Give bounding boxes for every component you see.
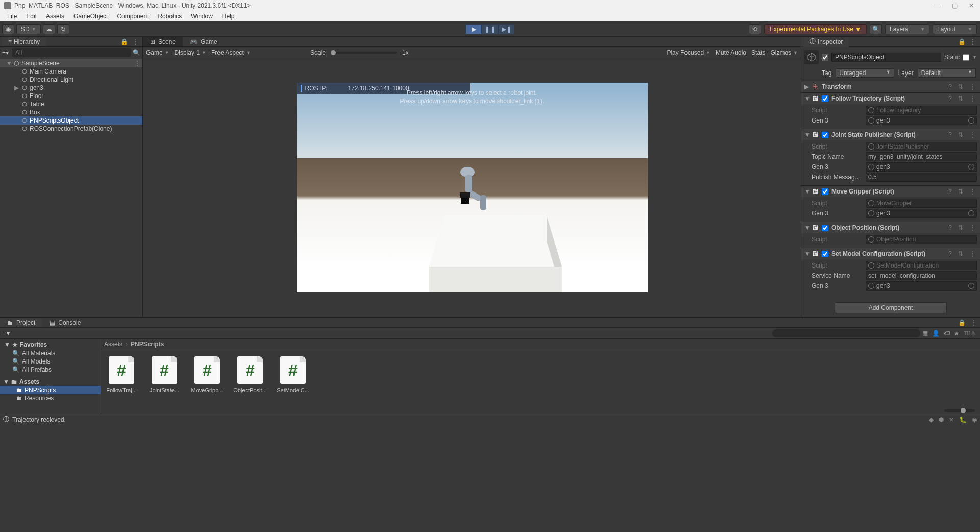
favorite-item[interactable]: 🔍All Models — [0, 357, 101, 366]
menu-file[interactable]: File — [3, 12, 21, 21]
preset-icon[interactable]: ⇅ — [957, 95, 965, 102]
component-menu-icon[interactable]: ⋮ — [968, 83, 977, 90]
help-icon[interactable]: ? — [947, 224, 953, 231]
property-field[interactable]: 0.5 — [866, 173, 977, 182]
component-enabled-checkbox[interactable] — [822, 225, 828, 231]
panel-menu-icon[interactable]: ⋮ — [968, 319, 980, 326]
search-mode-icon[interactable]: ▦ — [920, 330, 930, 337]
close-button[interactable]: ✕ — [967, 2, 976, 9]
display-dropdown[interactable]: Display 1▼ — [175, 49, 206, 56]
search-button[interactable]: 🔍 — [870, 24, 882, 34]
help-icon[interactable]: ? — [947, 188, 953, 195]
folder-item[interactable]: 🖿PNPScripts — [0, 386, 101, 394]
layer-dropdown[interactable]: Default▼ — [918, 68, 976, 78]
game-tab[interactable]: 🎮Game — [183, 37, 225, 46]
lock-icon[interactable]: 🔒 — [956, 319, 968, 326]
menu-robotics[interactable]: Robotics — [154, 12, 186, 21]
component-menu-icon[interactable]: ⋮ — [968, 224, 977, 231]
preset-icon[interactable]: ⇅ — [957, 131, 965, 138]
game-mode-dropdown[interactable]: Game▼ — [146, 49, 169, 56]
menu-edit[interactable]: Edit — [22, 12, 41, 21]
hierarchy-search-input[interactable] — [12, 48, 131, 57]
component-header[interactable]: ▼ # Set Model Configuration (Script) ? ⇅… — [801, 248, 980, 259]
asset-item[interactable]: #MoveGripp... — [192, 356, 223, 393]
preset-icon[interactable]: ⇅ — [957, 224, 965, 231]
favorite-icon[interactable]: ★ — [952, 330, 962, 337]
status-icon-5[interactable]: ◉ — [972, 416, 977, 423]
menu-help[interactable]: Help — [218, 12, 239, 21]
status-icon-3[interactable]: ⤧ — [949, 416, 954, 423]
history-button[interactable]: ↻ — [57, 24, 69, 34]
step-button[interactable]: ▶❚ — [498, 24, 514, 34]
component-menu-icon[interactable]: ⋮ — [968, 131, 977, 138]
hierarchy-item[interactable]: Floor — [0, 92, 142, 100]
hierarchy-item[interactable]: Box — [0, 108, 142, 116]
component-menu-icon[interactable]: ⋮ — [968, 95, 977, 102]
object-name-input[interactable] — [831, 53, 941, 62]
thumbnail-size-slider[interactable] — [944, 409, 975, 412]
favorite-item[interactable]: 🔍All Materials — [0, 349, 101, 357]
component-enabled-checkbox[interactable] — [822, 95, 828, 102]
layers-dropdown[interactable]: Layers▼ — [885, 24, 929, 34]
undo-history-button[interactable]: ⟲ — [749, 24, 761, 34]
static-checkbox[interactable] — [963, 54, 969, 61]
static-dropdown-icon[interactable]: ▼ — [972, 55, 977, 60]
hidden-icon[interactable]: 👁̶18 — [962, 330, 977, 337]
aspect-dropdown[interactable]: Free Aspect▼ — [211, 49, 251, 56]
stats-toggle[interactable]: Stats — [751, 49, 765, 56]
component-header[interactable]: ▼ # Move Gripper (Script) ? ⇅ ⋮ — [801, 186, 980, 197]
hierarchy-tab[interactable]: ≡Hierarchy — [2, 37, 46, 46]
filter-label-icon[interactable]: 🏷 — [942, 330, 952, 337]
project-search-input[interactable] — [772, 329, 920, 337]
preset-icon[interactable]: ⇅ — [957, 188, 965, 195]
hierarchy-item[interactable]: ROSConnectionPrefab(Clone) — [0, 125, 142, 133]
component-enabled-checkbox[interactable] — [822, 132, 828, 138]
property-field[interactable]: gen3 — [866, 209, 977, 218]
maximize-button[interactable]: ▢ — [950, 2, 960, 9]
assets-root[interactable]: ▼🖿Assets — [0, 378, 101, 386]
help-icon[interactable]: ? — [947, 131, 953, 138]
asset-item[interactable]: #FollowTraj... — [106, 356, 137, 393]
active-checkbox[interactable] — [822, 54, 828, 61]
property-field[interactable]: gen3 — [866, 162, 977, 172]
lock-icon[interactable]: 🔒 — [118, 38, 130, 45]
hierarchy-item[interactable]: Table — [0, 100, 142, 108]
component-header[interactable]: ▼ # Follow Trajectory (Script) ? ⇅ ⋮ — [801, 93, 980, 104]
hierarchy-item[interactable]: Main Camera — [0, 67, 142, 76]
help-icon[interactable]: ? — [947, 83, 953, 90]
status-icon-2[interactable]: ⬢ — [939, 416, 944, 423]
add-component-button[interactable]: Add Component — [835, 302, 947, 313]
menu-window[interactable]: Window — [187, 12, 217, 21]
minimize-button[interactable]: — — [933, 2, 943, 9]
object-picker-icon[interactable] — [968, 164, 974, 170]
help-icon[interactable]: ? — [947, 250, 953, 257]
property-field[interactable]: MoveGripper — [866, 199, 977, 208]
gizmos-dropdown[interactable]: Gizmos▼ — [770, 49, 798, 56]
layout-dropdown[interactable]: Layout▼ — [933, 24, 977, 34]
property-field[interactable]: FollowTrajectory — [866, 106, 977, 115]
asset-item[interactable]: #JointState... — [149, 356, 180, 393]
panel-menu-icon[interactable]: ⋮ — [968, 38, 978, 45]
favorite-item[interactable]: 🔍All Prefabs — [0, 366, 101, 374]
property-field[interactable]: gen3 — [866, 281, 977, 291]
property-field[interactable]: JointStatePublisher — [866, 142, 977, 151]
menu-component[interactable]: Component — [113, 12, 153, 21]
console-tab[interactable]: ▤Console — [42, 318, 88, 327]
panel-menu-icon[interactable]: ⋮ — [130, 38, 140, 45]
component-menu-icon[interactable]: ⋮ — [968, 188, 977, 195]
sd-dropdown[interactable]: SD▼ — [16, 24, 41, 34]
game-view[interactable]: ROS IP: 172.18.250.141:10000 Press left/… — [143, 58, 801, 317]
hierarchy-item[interactable]: Directional Light — [0, 76, 142, 84]
status-icon-1[interactable]: ◆ — [929, 416, 934, 423]
object-picker-icon[interactable] — [968, 210, 974, 216]
property-field[interactable]: ObjectPosition — [866, 235, 977, 244]
mute-audio-toggle[interactable]: Mute Audio — [716, 49, 746, 56]
breadcrumb-current[interactable]: PNPScripts — [131, 341, 164, 348]
folder-item[interactable]: 🖿Resources — [0, 394, 101, 402]
pause-button[interactable]: ❚❚ — [482, 24, 498, 34]
component-enabled-checkbox[interactable] — [822, 251, 828, 257]
object-picker-icon[interactable] — [968, 283, 974, 289]
scene-root[interactable]: ▼ ⬡ SampleScene ⋮ — [0, 59, 142, 67]
property-field[interactable]: SetModelConfiguration — [866, 261, 977, 270]
component-menu-icon[interactable]: ⋮ — [968, 250, 977, 257]
